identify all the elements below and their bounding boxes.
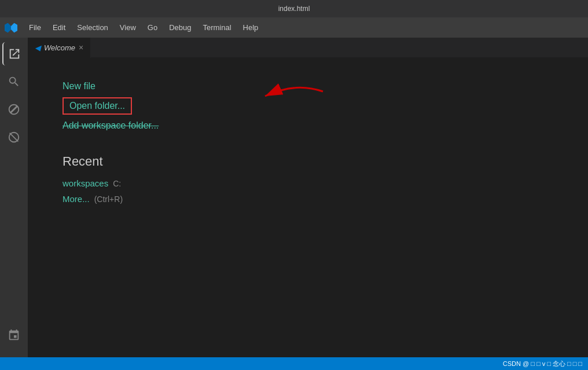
vscode-logo-icon bbox=[5, 21, 17, 34]
tab-label: Welcome bbox=[44, 43, 75, 52]
explorer-icon bbox=[8, 47, 21, 60]
activity-search[interactable] bbox=[2, 70, 25, 93]
activity-extensions[interactable] bbox=[2, 324, 25, 347]
search-icon bbox=[8, 75, 20, 88]
open-folder-link[interactable]: Open folder... bbox=[69, 101, 125, 111]
new-file-link[interactable]: New file bbox=[63, 81, 553, 91]
recent-section: Recent workspaces C: More... (Ctrl+R) bbox=[63, 154, 553, 204]
menu-items: File Edit Selection View Go Debug Termin… bbox=[24, 21, 263, 34]
activity-bar bbox=[0, 38, 28, 357]
activity-git[interactable] bbox=[2, 98, 25, 121]
svg-line-1 bbox=[10, 133, 19, 142]
menu-edit[interactable]: Edit bbox=[48, 21, 70, 34]
workspaces-path: C: bbox=[113, 179, 121, 188]
tab-close-button[interactable]: × bbox=[79, 43, 83, 52]
activity-explorer[interactable] bbox=[2, 42, 25, 65]
more-link[interactable]: More... bbox=[63, 194, 90, 204]
activity-debug[interactable] bbox=[2, 126, 25, 149]
git-icon bbox=[8, 103, 20, 116]
tab-bar: ◀ Welcome × bbox=[28, 38, 588, 58]
tab-vscode-icon: ◀ bbox=[35, 43, 41, 52]
extensions-icon bbox=[8, 329, 20, 342]
recent-title: Recent bbox=[63, 154, 553, 169]
menu-terminal[interactable]: Terminal bbox=[198, 21, 236, 34]
menu-bar: File Edit Selection View Go Debug Termin… bbox=[0, 17, 588, 38]
welcome-content: New file Open folder... bbox=[28, 58, 588, 357]
menu-selection[interactable]: Selection bbox=[72, 21, 112, 34]
title-bar: index.html bbox=[0, 0, 588, 17]
menu-file[interactable]: File bbox=[24, 21, 46, 34]
bottom-text: CSDN @ □ □ v □ 念心 □ □ □ bbox=[503, 360, 582, 368]
start-section: New file Open folder... bbox=[63, 81, 553, 131]
add-workspace-link[interactable]: Add workspace folder... bbox=[63, 120, 553, 131]
bottom-bar: CSDN @ □ □ v □ 念心 □ □ □ bbox=[0, 357, 588, 370]
menu-view[interactable]: View bbox=[115, 21, 141, 34]
recent-item-more: More... (Ctrl+R) bbox=[63, 194, 553, 204]
open-folder-box: Open folder... bbox=[63, 97, 132, 115]
title-bar-text: index.html bbox=[278, 5, 310, 13]
menu-debug[interactable]: Debug bbox=[164, 21, 196, 34]
main-layout: ◀ Welcome × New file Open folder... bbox=[0, 38, 588, 357]
more-shortcut: (Ctrl+R) bbox=[94, 195, 123, 204]
menu-help[interactable]: Help bbox=[238, 21, 263, 34]
editor-area: ◀ Welcome × New file Open folder... bbox=[28, 38, 588, 357]
open-folder-wrapper: Open folder... bbox=[63, 97, 132, 115]
tab-welcome[interactable]: ◀ Welcome × bbox=[28, 38, 91, 58]
menu-go[interactable]: Go bbox=[143, 21, 162, 34]
recent-item-workspaces: workspaces C: bbox=[63, 178, 553, 188]
workspaces-link[interactable]: workspaces bbox=[63, 178, 108, 188]
debug-icon bbox=[8, 131, 20, 144]
